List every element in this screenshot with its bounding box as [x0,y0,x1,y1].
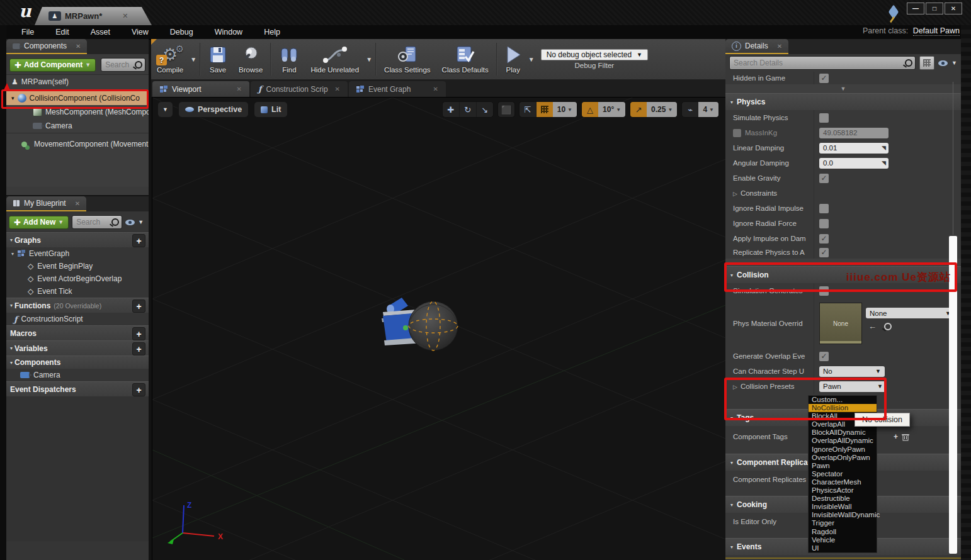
rotate-tool-icon[interactable]: ↻ [459,102,476,117]
variables-header[interactable]: ▾ Variables + [6,340,149,356]
class-defaults-button[interactable]: Class Defaults [436,45,494,74]
phys-material-dropdown[interactable]: None▼ [866,308,955,318]
rotation-snap-icon[interactable]: △ [582,102,598,117]
add-graph-button[interactable]: + [132,234,145,247]
perspective-button[interactable]: Perspective [178,101,249,118]
camera-variable-row[interactable]: Camera [6,369,149,381]
tab-event-graph[interactable]: Event Graph ✕ [349,81,446,97]
details-search-input[interactable] [732,58,905,68]
tab-close-icon[interactable]: ✕ [777,43,782,50]
apply-impulse-checkbox[interactable]: ✓ [819,234,829,244]
add-new-button[interactable]: ✚ Add New ▼ [9,216,69,229]
tab-close-icon[interactable]: ✕ [433,86,438,92]
tab-close-icon[interactable]: ✕ [335,86,340,92]
camera-speed-icon[interactable]: ⌁ [682,102,698,117]
preset-option[interactable]: Pawn [809,462,877,470]
tab-close-icon[interactable]: ✕ [75,200,80,207]
hidden-in-game-checkbox[interactable]: ✓ [819,74,829,83]
preset-option[interactable]: OverlapOnlyPawn [809,454,877,462]
row-constraints[interactable]: ▷Constraints [725,186,961,201]
event-dispatchers-header[interactable]: Event Dispatchers + [6,381,149,396]
minimize-button[interactable]: — [907,3,924,14]
preset-option[interactable]: IgnoreOnlyPawn [809,445,877,454]
preset-option[interactable]: OverlapAllDynamic [809,437,877,445]
tree-item-camera[interactable]: Camera [6,119,149,133]
preset-option[interactable]: Spectator [809,470,877,478]
scrollbar-track[interactable] [953,82,953,235]
tree-item-collision-component[interactable]: ▾ CollisionComponent (CollisionCo [6,91,149,105]
play-options-caret[interactable]: ▼ [528,56,535,63]
scale-tool-icon[interactable]: ↘ [476,102,493,117]
browse-to-asset-icon[interactable] [884,323,892,330]
tab-details[interactable]: i Details ✕ [725,39,788,54]
construction-script-row[interactable]: ƒ ConstructionScript [6,313,149,325]
menu-item[interactable]: Edit [45,26,79,38]
camera-speed-value[interactable]: 4▼ [698,102,718,117]
rotation-snap-value[interactable]: 10°▼ [598,102,625,117]
simulation-generates-checkbox[interactable]: ✓ [819,286,829,296]
compile-button[interactable]: ⚙ ⚙ ? Compile [151,45,189,74]
chevron-down-icon[interactable]: ▼ [951,60,957,66]
hide-unrelated-caret[interactable]: ▼ [366,56,372,63]
visibility-eye-icon[interactable] [125,220,135,225]
event-tick-row[interactable]: ◇ Event Tick [6,285,149,298]
preset-option[interactable]: UI [809,544,877,552]
mass-value-field[interactable]: 49.058182 [819,128,889,138]
hide-unrelated-button[interactable]: Hide Unrelated [305,45,365,74]
enable-gravity-checkbox[interactable]: ✓ [819,174,829,183]
visibility-eye-icon[interactable] [938,60,948,66]
preset-option[interactable]: BlockAllDynamic [809,428,877,437]
menu-item[interactable]: View [122,26,159,38]
preset-option[interactable]: Trigger [809,519,877,527]
property-matrix-button[interactable] [919,56,934,70]
components-search[interactable] [101,58,145,72]
tree-item-mesh-component[interactable]: MeshComponent (MeshCompor [6,105,149,119]
scale-snap-icon[interactable]: ↗ [630,102,647,117]
world-local-cube-icon[interactable]: ⬛ [498,102,514,117]
save-button[interactable]: Save [203,45,233,74]
tree-item-movement-component[interactable]: MovementComponent (Movement [6,137,149,151]
menu-item[interactable]: Window [205,26,253,38]
parent-class-link[interactable]: Default Pawn [913,26,960,36]
scale-snap-value[interactable]: 0.25▼ [647,102,677,117]
expander-icon[interactable]: ▷ [733,191,737,197]
chevron-down-icon[interactable]: ▼ [138,219,144,225]
tutorial-cap-icon[interactable] [889,4,899,19]
viewport-options-button[interactable]: ▼ [157,101,173,118]
eventgraph-row[interactable]: ▾ EventGraph [6,247,149,260]
tab-viewport[interactable]: Viewport ✕ [152,81,249,97]
tab-close-icon[interactable]: ✕ [237,86,242,92]
trash-icon[interactable] [902,433,909,441]
my-blueprint-search-input[interactable] [75,217,111,227]
event-actorbeginoverlap-row[interactable]: ◇ Event ActorBeginOverlap [6,272,149,285]
add-function-button[interactable]: + [132,300,145,313]
mass-override-checkbox[interactable] [733,129,741,137]
ignore-radial-impulse-checkbox[interactable]: ✓ [819,204,829,213]
preset-option[interactable]: NoCollision [809,404,877,412]
menu-item[interactable]: Help [254,26,290,38]
tree-item-mrpawn-self[interactable]: ♟ MRPawn(self) [6,75,149,89]
surface-snap-icon[interactable]: ⇱ [520,102,536,117]
browse-button[interactable]: Browse [233,45,268,74]
simulate-physics-checkbox[interactable]: ✓ [819,113,829,123]
angular-damping-field[interactable]: 0.0◥ [819,158,889,169]
my-blueprint-search[interactable] [72,215,122,229]
generate-overlap-checkbox[interactable]: ✓ [819,352,829,361]
3d-viewport[interactable]: X Z ▼ Perspective Lit ✚ ↻ [152,97,726,560]
details-search[interactable] [729,56,916,70]
add-variable-button[interactable]: + [132,342,145,356]
expander-icon[interactable]: ▷ [733,384,737,390]
preset-option[interactable]: InvisibleWallDynamic [809,511,877,519]
preset-option[interactable]: CharacterMesh [809,478,877,486]
add-component-button[interactable]: ✚ Add Component ▼ [9,59,96,72]
preset-option[interactable]: InvisibleWall [809,503,877,511]
event-beginplay-row[interactable]: ◇ Event BeginPlay [6,260,149,272]
tab-close-icon[interactable]: ✕ [122,12,128,20]
play-button[interactable]: Play [499,45,527,74]
components-section-header[interactable]: ▾ Components [6,356,149,369]
document-tab-mrpawn[interactable]: ♟ MRPawn* ✕ [35,7,152,25]
preset-option[interactable]: PhysicsActor [809,486,877,495]
scrollbar-thumb[interactable] [949,236,957,554]
preset-option[interactable]: Destructible [809,495,877,503]
collision-presets-dropdown[interactable]: Pawn▼ [819,381,887,392]
